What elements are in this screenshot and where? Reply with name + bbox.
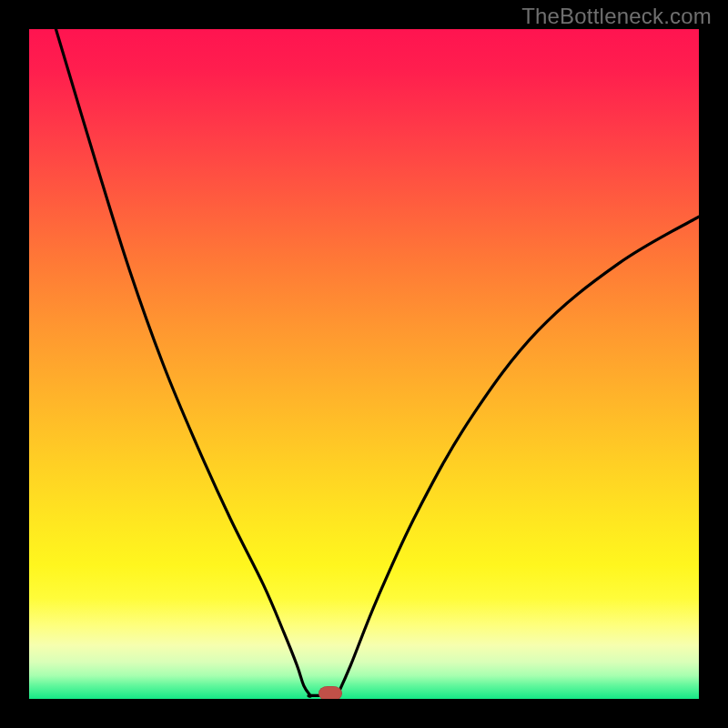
plot-area	[29, 29, 699, 699]
curve-path	[56, 29, 699, 698]
optimum-marker	[318, 686, 342, 699]
bottleneck-curve	[29, 29, 699, 699]
watermark-text: TheBottleneck.com	[521, 4, 712, 29]
chart-frame: TheBottleneck.com	[0, 0, 728, 728]
